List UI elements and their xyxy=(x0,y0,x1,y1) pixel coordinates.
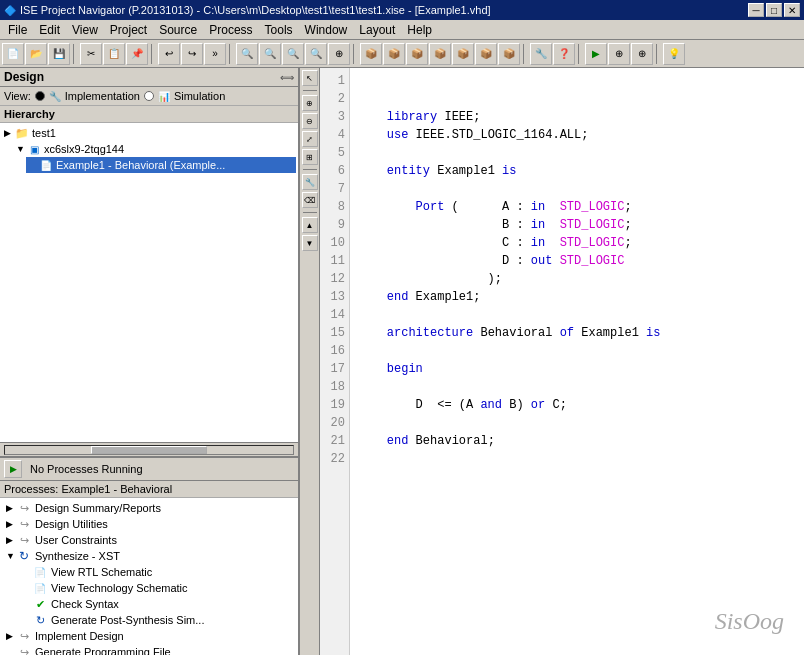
tree-label-example1: Example1 - Behavioral (Example... xyxy=(56,159,225,171)
left-panel: Design ⟺ View: 🔧 Implementation 📊 Simula… xyxy=(0,68,300,655)
impl-icon: 🔧 xyxy=(49,91,61,102)
new-button[interactable]: 📄 xyxy=(2,43,24,65)
minimize-button[interactable]: ─ xyxy=(748,3,764,17)
wrench-button[interactable]: 🔧 xyxy=(530,43,552,65)
menu-item-layout[interactable]: Layout xyxy=(353,21,401,39)
expand-test1[interactable]: ▶ xyxy=(4,128,14,138)
scroll-thumb[interactable] xyxy=(91,446,206,454)
expand-implement[interactable]: ▶ xyxy=(6,631,16,641)
proc-gen-prog[interactable]: ↪ Generate Programming File xyxy=(2,644,296,655)
code-line-12: end Example1; xyxy=(358,290,480,304)
tb13[interactable]: ⊕ xyxy=(608,43,630,65)
tb4[interactable]: 🔍 xyxy=(305,43,327,65)
menu-item-source[interactable]: Source xyxy=(153,21,203,39)
expand-synthesize[interactable]: ▼ xyxy=(6,551,16,561)
vtb-eraser[interactable]: ⌫ xyxy=(302,192,318,208)
tb6[interactable]: 📦 xyxy=(360,43,382,65)
proc-user-constraints[interactable]: ▶ ↪ User Constraints xyxy=(2,532,296,548)
tree-item-test1[interactable]: ▶ 📁 test1 xyxy=(2,125,296,141)
menu-item-view[interactable]: View xyxy=(66,21,104,39)
save-button[interactable]: 💾 xyxy=(48,43,70,65)
tb3[interactable]: 🔍 xyxy=(282,43,304,65)
menu-item-project[interactable]: Project xyxy=(104,21,153,39)
play-button[interactable]: ▶ xyxy=(585,43,607,65)
design-expand-arrows[interactable]: ⟺ xyxy=(280,72,294,83)
vtb-zoom-fit[interactable]: ⤢ xyxy=(302,131,318,147)
view-row: View: 🔧 Implementation 📊 Simulation xyxy=(0,87,298,106)
menu-item-process[interactable]: Process xyxy=(203,21,258,39)
proc-implement[interactable]: ▶ ↪ Implement Design xyxy=(2,628,296,644)
light-button[interactable]: 💡 xyxy=(663,43,685,65)
vtb-sep2 xyxy=(303,169,317,170)
code-line-3: use IEEE.STD_LOGIC_1164.ALL; xyxy=(358,128,588,142)
tb14[interactable]: ⊕ xyxy=(631,43,653,65)
open-button[interactable]: 📂 xyxy=(25,43,47,65)
proc-play-btn[interactable]: ▶ xyxy=(4,460,22,478)
help-button[interactable]: ❓ xyxy=(553,43,575,65)
undo-button[interactable]: ↩ xyxy=(158,43,180,65)
tb9[interactable]: 📦 xyxy=(429,43,451,65)
proc-design-utilities[interactable]: ▶ ↪ Design Utilities xyxy=(2,516,296,532)
vtb-scroll-dn[interactable]: ▼ xyxy=(302,235,318,251)
tree-item-example1[interactable]: 📄 Example1 - Behavioral (Example... xyxy=(26,157,296,173)
expand-xc6[interactable]: ▼ xyxy=(16,144,26,154)
menu-bar: FileEditViewProjectSourceProcessToolsWin… xyxy=(0,20,804,40)
menu-item-window[interactable]: Window xyxy=(299,21,354,39)
vtb-zoom-out[interactable]: ⊖ xyxy=(302,113,318,129)
tb7[interactable]: 📦 xyxy=(383,43,405,65)
icon-design-utilities: ↪ xyxy=(16,517,32,531)
vtb-cursor[interactable]: ↖ xyxy=(302,70,318,86)
code-line-7: Port ( A : in STD_LOGIC; xyxy=(358,200,632,214)
tb12[interactable]: 📦 xyxy=(498,43,520,65)
label-synthesize: Synthesize - XST xyxy=(35,550,120,562)
expand-user-constraints[interactable]: ▶ xyxy=(6,535,16,545)
tb8[interactable]: 📦 xyxy=(406,43,428,65)
scroll-track[interactable] xyxy=(4,445,294,455)
tb5[interactable]: ⊕ xyxy=(328,43,350,65)
proc-synthesize[interactable]: ▼ ↻ Synthesize - XST xyxy=(2,548,296,564)
implementation-radio[interactable] xyxy=(35,91,45,101)
maximize-button[interactable]: □ xyxy=(766,3,782,17)
cut-button[interactable]: ✂ xyxy=(80,43,102,65)
vtb-scroll-up[interactable]: ▲ xyxy=(302,217,318,233)
proc-view-rtl[interactable]: 📄 View RTL Schematic xyxy=(2,564,296,580)
menu-item-help[interactable]: Help xyxy=(401,21,438,39)
label-design-utilities: Design Utilities xyxy=(35,518,108,530)
expand-design-utilities[interactable]: ▶ xyxy=(6,519,16,529)
title-bar-left: 🔷 ISE Project Navigator (P.20131013) - C… xyxy=(4,4,491,16)
menu-item-tools[interactable]: Tools xyxy=(259,21,299,39)
paste-button[interactable]: 📌 xyxy=(126,43,148,65)
close-button[interactable]: ✕ xyxy=(784,3,800,17)
search-button[interactable]: 🔍 xyxy=(236,43,258,65)
code-content[interactable]: 12345 678910 1112131415 1617181920 2122 … xyxy=(320,68,804,655)
proc-design-summary[interactable]: ▶ ↪ Design Summary/Reports xyxy=(2,500,296,516)
menu-item-edit[interactable]: Edit xyxy=(33,21,66,39)
label-check-syntax: Check Syntax xyxy=(51,598,119,610)
label-design-summary: Design Summary/Reports xyxy=(35,502,161,514)
tb11[interactable]: 📦 xyxy=(475,43,497,65)
icon-view-rtl: 📄 xyxy=(32,565,48,579)
icon-user-constraints: ↪ xyxy=(16,533,32,547)
proc-generate-sim[interactable]: ↻ Generate Post-Synthesis Sim... xyxy=(2,612,296,628)
processes-list[interactable]: ▶ ↪ Design Summary/Reports ▶ ↪ Design Ut… xyxy=(0,498,298,655)
vtb-wrench[interactable]: 🔧 xyxy=(302,174,318,190)
tb2[interactable]: 🔍 xyxy=(259,43,281,65)
right-area: ↖ ⊕ ⊖ ⤢ ⊞ 🔧 ⌫ ▲ ▼ 12345 678910 111213141… xyxy=(300,68,804,655)
tree-item-xc6[interactable]: ▼ ▣ xc6slx9-2tqg144 xyxy=(14,141,296,157)
code-text[interactable]: library IEEE; use IEEE.STD_LOGIC_1164.AL… xyxy=(350,68,804,655)
copy-button[interactable]: 📋 xyxy=(103,43,125,65)
file-icon-example1: 📄 xyxy=(38,158,54,172)
more-button[interactable]: » xyxy=(204,43,226,65)
redo-button[interactable]: ↪ xyxy=(181,43,203,65)
vtb-zoom-in[interactable]: ⊕ xyxy=(302,95,318,111)
proc-check-syntax[interactable]: ✔ Check Syntax xyxy=(2,596,296,612)
proc-view-tech[interactable]: 📄 View Technology Schematic xyxy=(2,580,296,596)
hierarchy-tree[interactable]: ▶ 📁 test1 ▼ ▣ xc6slx9-2tqg144 📄 Example1… xyxy=(0,123,298,442)
horizontal-scrollbar[interactable] xyxy=(0,442,298,456)
menu-item-file[interactable]: File xyxy=(2,21,33,39)
vtb-zoom-sel[interactable]: ⊞ xyxy=(302,149,318,165)
tb10[interactable]: 📦 xyxy=(452,43,474,65)
expand-design-summary[interactable]: ▶ xyxy=(6,503,16,513)
simulation-radio[interactable] xyxy=(144,91,154,101)
label-generate-sim: Generate Post-Synthesis Sim... xyxy=(51,614,204,626)
